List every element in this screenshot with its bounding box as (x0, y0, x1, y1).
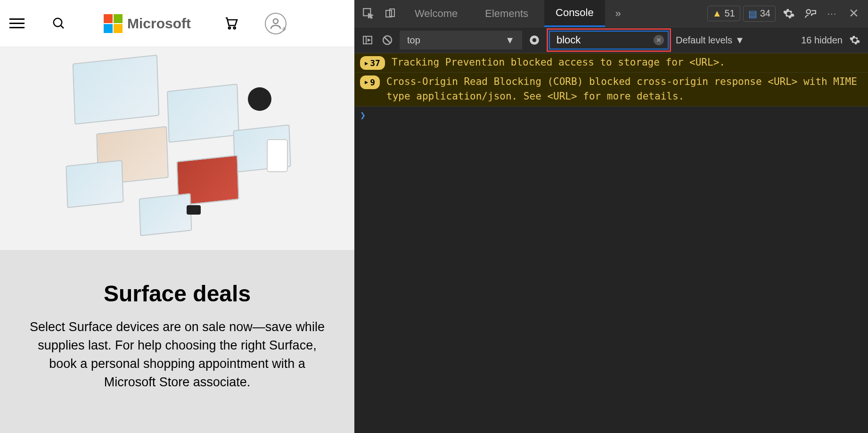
hero-body: Select Surface devices are on sale now—s… (26, 318, 328, 392)
hero-title: Surface deals (19, 281, 336, 307)
log-count-badge[interactable]: 9 (360, 75, 380, 89)
warnings-badge[interactable]: ▲ 51 (707, 6, 740, 21)
messages-count: 34 (760, 8, 770, 19)
filter-input[interactable] (549, 31, 669, 50)
more-tabs-button[interactable]: » (610, 5, 627, 22)
messages-badge[interactable]: ▤ 34 (743, 6, 776, 22)
hidden-messages-link[interactable]: 16 hidden (801, 35, 843, 46)
console-log-row[interactable]: 37 Tracking Prevention blocked access to… (354, 53, 868, 73)
filter-highlight: ✕ (547, 28, 671, 52)
log-levels-selector[interactable]: Default levels ▼ (676, 35, 745, 46)
svg-line-1 (61, 25, 64, 28)
search-button[interactable] (52, 17, 66, 31)
console-prompt[interactable]: ❯ (354, 107, 868, 124)
live-expression-button[interactable] (527, 33, 542, 48)
toggle-sidebar-button[interactable] (360, 33, 375, 48)
console-settings-button[interactable] (847, 33, 862, 48)
clear-console-button[interactable] (380, 33, 395, 48)
levels-label: Default levels (676, 35, 732, 46)
log-message: Cross-Origin Read Blocking (CORB) blocke… (386, 75, 862, 104)
clear-filter-button[interactable]: ✕ (654, 35, 664, 45)
svg-point-4 (273, 19, 278, 24)
settings-button[interactable] (780, 5, 797, 22)
inspect-element-button[interactable] (360, 5, 377, 22)
console-output: 37 Tracking Prevention blocked access to… (354, 53, 868, 433)
devtools-pane: Welcome Elements Console » ▲ 51 ▤ 34 ⋯ ✕ (354, 0, 868, 433)
svg-point-2 (229, 27, 230, 29)
cart-button[interactable] (224, 16, 239, 31)
console-toolbar: top ▼ ✕ Default levels ▼ 16 hidden (354, 27, 868, 53)
context-selector[interactable]: top ▼ (400, 31, 522, 50)
website-pane: Microsoft + Surface deals Select Surface… (0, 0, 354, 433)
context-value: top (407, 35, 420, 46)
svg-point-3 (234, 27, 236, 29)
feedback-button[interactable] (802, 5, 819, 22)
warning-icon: ▲ (712, 8, 722, 19)
site-header: Microsoft + (0, 0, 354, 47)
microsoft-logo-text: Microsoft (127, 16, 191, 32)
log-count-badge[interactable]: 37 (360, 56, 385, 70)
devtools-tab-bar: Welcome Elements Console » ▲ 51 ▤ 34 ⋯ ✕ (354, 0, 868, 27)
device-toggle-button[interactable] (382, 5, 399, 22)
hamburger-menu-button[interactable] (9, 14, 28, 33)
console-log-row[interactable]: 9 Cross-Origin Read Blocking (CORB) bloc… (354, 73, 868, 107)
svg-point-14 (532, 38, 537, 42)
svg-rect-6 (386, 10, 392, 17)
message-icon: ▤ (748, 8, 757, 19)
tab-elements[interactable]: Elements (474, 0, 540, 27)
log-message: Tracking Prevention blocked access to st… (392, 55, 862, 70)
close-devtools-button[interactable]: ✕ (845, 5, 862, 22)
warnings-count: 51 (725, 8, 735, 19)
microsoft-logo[interactable]: Microsoft (104, 14, 191, 33)
chevron-down-icon: ▼ (505, 35, 515, 46)
tab-welcome[interactable]: Welcome (403, 0, 469, 27)
microsoft-logo-icon (104, 14, 123, 33)
svg-point-0 (54, 18, 62, 26)
hero-content: Surface deals Select Surface devices are… (0, 250, 354, 433)
chevron-down-icon: ▼ (735, 35, 745, 46)
more-options-button[interactable]: ⋯ (824, 5, 841, 22)
surface-devices-image (45, 59, 309, 238)
account-button[interactable]: + (265, 13, 287, 34)
tab-console[interactable]: Console (544, 0, 605, 27)
hero-image-section (0, 47, 354, 250)
svg-line-12 (385, 37, 390, 43)
svg-point-8 (806, 9, 811, 14)
